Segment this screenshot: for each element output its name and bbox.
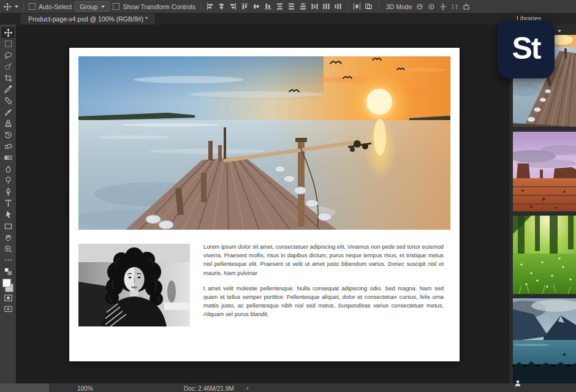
quick-mask-mode[interactable] [1, 292, 15, 303]
distribute-left-edges-icon[interactable] [311, 2, 319, 11]
type-tool[interactable] [1, 198, 15, 209]
eraser-tool[interactable] [1, 141, 15, 152]
lasso-tool[interactable] [1, 50, 15, 61]
quick-selection-tool[interactable] [1, 61, 15, 72]
hero-image-sunset-pier[interactable] [78, 56, 450, 230]
chevron-down-icon [101, 6, 105, 8]
portrait-image[interactable] [78, 244, 190, 326]
zoom-tool[interactable] [1, 243, 15, 254]
status-bar-corner [0, 383, 49, 392]
foreground-color-swatch[interactable] [2, 279, 11, 287]
chevron-down-icon [558, 30, 561, 32]
options-bar: Auto-Select Group Show Transform Control… [0, 0, 576, 13]
screen-mode[interactable] [1, 304, 15, 315]
tab-bar: Product-page-v4.psd @ 100% (RGB/8#) * Li… [0, 13, 576, 24]
eyedropper-tool[interactable] [1, 84, 15, 95]
3d-scale-icon[interactable] [462, 2, 471, 11]
hand-tool[interactable] [1, 232, 15, 243]
history-brush-tool[interactable] [1, 129, 15, 140]
3d-rotate-icon[interactable] [415, 2, 424, 11]
status-options-arrow[interactable]: › [246, 383, 249, 392]
align-left-edges-icon[interactable] [206, 2, 214, 11]
foreground-background-swatches[interactable] [2, 279, 14, 292]
auto-select-scope-value: Group [80, 3, 97, 10]
show-transform-label: Show Transform Controls [123, 3, 195, 10]
tools-panel [0, 24, 16, 383]
adobe-stock-logo: St [498, 20, 555, 78]
distribute-horizontal-centers-icon[interactable] [322, 2, 331, 11]
status-bar: 100% Doc: 2.46M/21.9M › [0, 383, 576, 392]
zoom-level-field[interactable]: 100% [77, 384, 93, 392]
3d-drag-icon[interactable] [439, 2, 447, 11]
document-size-readout: Doc: 2.46M/21.9M [184, 384, 234, 392]
distribute-bottom-edges-icon[interactable] [299, 2, 308, 11]
dodge-tool[interactable] [1, 175, 15, 186]
move-tool-icon [3, 2, 12, 11]
edit-toolbar-ellipsis-icon[interactable] [1, 255, 15, 266]
3d-roll-icon[interactable] [427, 2, 436, 11]
design-page: Lorem ipsum dolor sit amet, consectetuer… [69, 48, 460, 361]
3d-slide-icon[interactable] [450, 2, 459, 11]
align-right-edges-icon[interactable] [229, 2, 238, 11]
document-tab[interactable]: Product-page-v4.psd @ 100% (RGB/8#) * [21, 13, 156, 24]
paragraph: Lorem ipsum dolor sit amet, consectetuer… [203, 243, 444, 277]
separator [347, 2, 348, 11]
distribute-right-edges-icon[interactable] [334, 2, 343, 11]
blur-tool[interactable] [1, 164, 15, 175]
rectangular-marquee-tool[interactable] [1, 39, 15, 50]
separator [200, 2, 201, 11]
paragraph: t amet velit molestie pellentesque. Null… [203, 284, 444, 319]
distribute-vertical-centers-icon[interactable] [287, 2, 296, 11]
align-horizontal-centers-icon[interactable] [218, 2, 226, 11]
auto-select-checkbox[interactable] [29, 3, 36, 10]
brush-tool[interactable] [1, 107, 15, 118]
spot-healing-brush-tool[interactable] [1, 96, 15, 107]
library-thumbnail-desert[interactable] [513, 132, 576, 211]
adobe-stock-logo-text: St [512, 31, 540, 66]
pen-tool[interactable] [1, 186, 15, 197]
align-bottom-edges-icon[interactable] [264, 2, 273, 11]
separator [23, 2, 24, 11]
library-thumbnail-mountain-lake[interactable] [513, 298, 576, 383]
photoshop-window: Auto-Select Group Show Transform Control… [0, 0, 576, 392]
crop-tool[interactable] [1, 72, 15, 83]
body-text-block[interactable]: Lorem ipsum dolor sit amet, consectetuer… [203, 243, 444, 326]
mode-3d-label: 3D Mode [386, 3, 412, 10]
auto-select-label: Auto-Select [39, 3, 72, 10]
align-vertical-centers-icon[interactable] [252, 2, 261, 11]
default-colors-icon[interactable] [1, 266, 15, 277]
auto-select-scope-dropdown[interactable]: Group [75, 1, 110, 12]
path-selection-tool[interactable] [1, 209, 15, 221]
separator [378, 2, 379, 11]
auto-align-layers-icon[interactable] [365, 2, 373, 11]
align-top-edges-icon[interactable] [241, 2, 249, 11]
show-transform-checkbox[interactable] [113, 3, 119, 10]
move-tool[interactable] [1, 27, 15, 38]
rectangle-tool[interactable] [1, 221, 15, 232]
distribute-top-edges-icon[interactable] [276, 2, 284, 11]
clone-stamp-tool[interactable] [1, 118, 15, 129]
tool-preset-caret-icon[interactable] [15, 6, 18, 8]
sync-status-icon [514, 379, 521, 390]
gradient-tool[interactable] [1, 153, 15, 164]
library-thumbnail-forest[interactable] [513, 216, 576, 294]
distribute-spacing-icon[interactable] [353, 2, 362, 11]
canvas-area: Lorem ipsum dolor sit amet, consectetuer… [16, 24, 510, 383]
document-tab-title: Product-page-v4.psd @ 100% (RGB/8#) * [28, 15, 148, 23]
